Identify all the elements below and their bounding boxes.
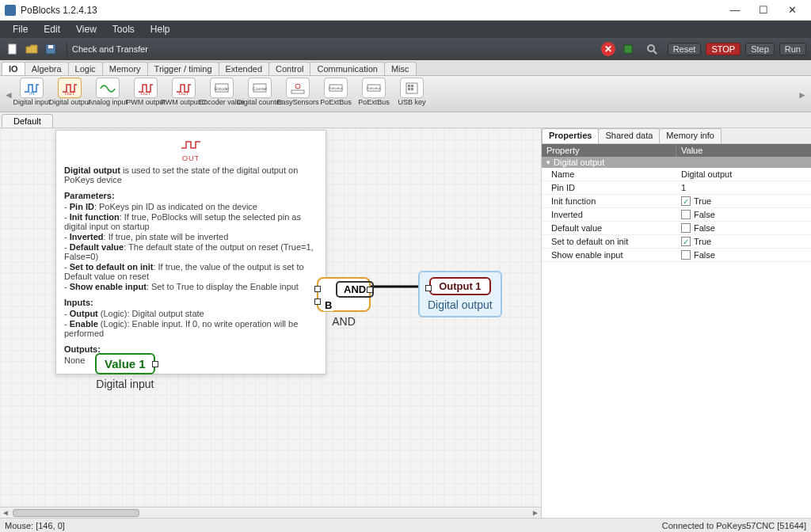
- property-row[interactable]: InvertedFalse: [542, 208, 811, 222]
- run-button[interactable]: Run: [779, 43, 806, 55]
- tab-io[interactable]: IO: [2, 62, 25, 75]
- property-row[interactable]: Show enable inputFalse: [542, 249, 811, 262]
- scroll-left-arrow-icon[interactable]: ◄: [0, 508, 11, 517]
- property-row[interactable]: Set to default on init✓True: [542, 235, 811, 249]
- property-name: Set to default on init: [542, 235, 676, 248]
- node-output1[interactable]: Output 1 Digital output: [418, 271, 502, 317]
- palette-item[interactable]: USB key: [393, 78, 431, 106]
- scroll-right-arrow-icon[interactable]: ►: [530, 508, 541, 517]
- reset-button[interactable]: Reset: [668, 43, 702, 55]
- window-maximize[interactable]: ☐: [749, 2, 778, 19]
- svg-text:OUT: OUT: [65, 91, 75, 95]
- stop-button[interactable]: STOP: [706, 43, 741, 55]
- menu-edit[interactable]: Edit: [36, 21, 68, 38]
- menu-help[interactable]: Help: [143, 21, 178, 38]
- palette-item[interactable]: OUTDigital output: [51, 78, 89, 106]
- chevron-down-icon: ▾: [546, 158, 550, 166]
- menu-view[interactable]: View: [68, 21, 105, 38]
- props-group[interactable]: ▾ Digital output: [542, 157, 811, 168]
- palette-item[interactable]: PoExtBusPoExtBus: [355, 78, 393, 106]
- props-header: Property Value: [542, 144, 811, 157]
- out-red-icon: OUT: [134, 78, 158, 98]
- palette-item[interactable]: PoExtBusPoExtBus: [317, 78, 355, 106]
- tab-memory[interactable]: Memory: [102, 62, 148, 75]
- check-transfer-button[interactable]: Check and Transfer: [72, 44, 148, 54]
- tab-logic[interactable]: Logic: [68, 62, 103, 75]
- svg-point-14: [295, 84, 300, 89]
- magnify-icon[interactable]: [644, 41, 660, 57]
- tab-misc[interactable]: Misc: [384, 62, 417, 75]
- menu-tools[interactable]: Tools: [105, 21, 143, 38]
- node-output1-in-port[interactable]: [425, 285, 432, 291]
- palette-item[interactable]: EasySensors: [279, 78, 317, 106]
- canvas-h-scrollbar[interactable]: ◄ ►: [0, 507, 541, 518]
- palette-item[interactable]: CounterDigital counter: [241, 78, 279, 106]
- palette-item-label: Digital input: [13, 99, 50, 106]
- palette-scroll-right[interactable]: ►: [798, 89, 806, 101]
- checkbox-icon[interactable]: ✓: [681, 237, 691, 246]
- scroll-thumb[interactable]: [13, 509, 139, 517]
- open-file-icon[interactable]: [24, 41, 40, 57]
- tab-control[interactable]: Control: [268, 62, 310, 75]
- checkbox-icon[interactable]: [681, 223, 691, 233]
- property-value: False: [694, 250, 715, 260]
- toolbar: Check and Transfer ✕ Reset STOP Step Run: [0, 38, 811, 60]
- page-tabs: Default: [0, 112, 811, 128]
- error-indicator-icon[interactable]: ✕: [601, 42, 615, 56]
- node-and-in-a-port[interactable]: [314, 286, 321, 292]
- new-file-icon[interactable]: [5, 41, 21, 57]
- status-connection: Connected to PoKeys57CNC [51644]: [662, 521, 806, 530]
- property-row[interactable]: Default valueFalse: [542, 222, 811, 235]
- node-value1[interactable]: Value 1 Digital input: [95, 353, 155, 390]
- in-blue-icon: IN: [20, 78, 44, 98]
- node-and-in-b-port[interactable]: [314, 298, 321, 305]
- tooltip-card: OUT Digital output is used to set the st…: [55, 130, 326, 374]
- svg-text:Counter: Counter: [253, 86, 267, 91]
- window-minimize[interactable]: —: [721, 2, 749, 19]
- palette-item-label: Analog input: [88, 99, 128, 106]
- block-palette: ◄ INDigital inputOUTDigital outputAnalog…: [0, 76, 811, 112]
- bus-icon: PoExtBus: [362, 78, 386, 98]
- node-and-caption: AND: [317, 315, 371, 328]
- node-and[interactable]: AND B AND: [317, 277, 371, 328]
- canvas[interactable]: OUT Digital output is used to set the st…: [0, 128, 542, 518]
- checkbox-icon[interactable]: [681, 210, 691, 219]
- tooltip-row: - Output (Logic): Digital output state: [64, 309, 318, 318]
- save-file-icon[interactable]: [43, 41, 59, 57]
- node-value1-out-port[interactable]: [152, 361, 158, 367]
- tab-trigger[interactable]: Trigger / timing: [147, 62, 219, 75]
- window-close[interactable]: ✕: [778, 2, 806, 19]
- palette-item[interactable]: OUTPWM output C: [165, 78, 203, 106]
- props-tab-properties[interactable]: Properties: [542, 128, 599, 143]
- palette-item[interactable]: INDigital input: [13, 78, 51, 106]
- svg-point-4: [648, 45, 654, 51]
- page-tab-default[interactable]: Default: [2, 114, 53, 127]
- tooltip-row: - Default value: The default state of th…: [64, 242, 318, 261]
- palette-item[interactable]: Analog input: [89, 78, 127, 106]
- property-row[interactable]: Pin ID1: [542, 181, 811, 195]
- property-name: Show enable input: [542, 249, 676, 261]
- checkbox-icon[interactable]: ✓: [681, 196, 691, 206]
- palette-item[interactable]: EncoderEncoder value: [203, 78, 241, 106]
- tab-algebra[interactable]: Algebra: [25, 62, 69, 75]
- property-name: Name: [542, 168, 676, 180]
- palette-item[interactable]: OUTPWM output: [127, 78, 165, 106]
- property-row[interactable]: NameDigital output: [542, 168, 811, 181]
- checkbox-icon[interactable]: [681, 250, 691, 260]
- tab-extended[interactable]: Extended: [219, 62, 269, 75]
- status-mouse: Mouse: [146, 0]: [5, 521, 65, 530]
- menu-file[interactable]: File: [5, 21, 36, 38]
- svg-rect-2: [48, 45, 53, 48]
- property-row[interactable]: Init function✓True: [542, 195, 811, 208]
- step-button[interactable]: Step: [745, 43, 775, 55]
- device-chip-icon[interactable]: [620, 41, 636, 57]
- tab-communication[interactable]: Communication: [310, 62, 384, 75]
- props-tab-shared[interactable]: Shared data: [598, 128, 660, 143]
- node-and-out-port[interactable]: [367, 287, 373, 293]
- palette-scroll-left[interactable]: ◄: [5, 89, 13, 101]
- props-group-label: Digital output: [554, 158, 604, 167]
- tooltip-title: Digital output: [64, 165, 120, 175]
- bus-icon: PoExtBus: [324, 78, 348, 98]
- property-name: Default value: [542, 222, 676, 234]
- props-tab-memory[interactable]: Memory info: [659, 128, 722, 143]
